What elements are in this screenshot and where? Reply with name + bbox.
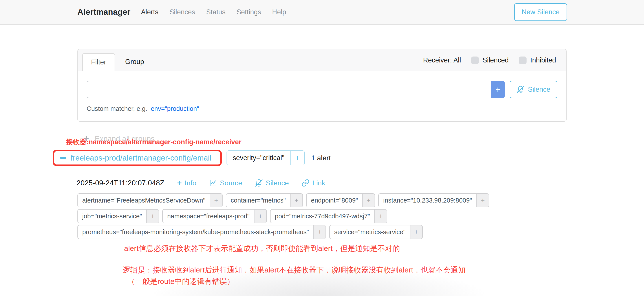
hint-example-link[interactable]: env="production" — [151, 105, 199, 112]
plus-icon: + — [177, 179, 182, 187]
silence-button-label: Silence — [528, 86, 550, 94]
add-group-matcher-button[interactable]: + — [290, 151, 304, 165]
info-link-label: Info — [184, 179, 196, 187]
annotation-red-box: freeleaps-prod/alertmanager-config/email — [53, 150, 222, 166]
alert-timestamp: 2025-09-24T11:20:07.048Z — [76, 179, 164, 187]
silence-button[interactable]: Silence — [510, 81, 557, 98]
nav-item-settings[interactable]: Settings — [236, 8, 261, 16]
inhibited-checkbox-group[interactable]: Inhibited — [519, 56, 556, 64]
silence-link[interactable]: Silence — [255, 179, 289, 187]
collapse-group-button[interactable]: freeleaps-prod/alertmanager-config/email — [60, 154, 211, 162]
label-tag: container="metrics" + — [226, 193, 303, 208]
add-matcher-button[interactable]: + — [491, 81, 505, 98]
label-tag-add-button[interactable]: + — [290, 194, 302, 207]
alert-count: 1 alert — [311, 154, 331, 162]
silence-link-label: Silence — [266, 179, 289, 187]
info-link[interactable]: + Info — [177, 179, 196, 187]
label-tag: job="metrics-service" + — [78, 209, 159, 223]
inhibited-label: Inhibited — [530, 56, 556, 64]
source-link[interactable]: Source — [209, 179, 242, 187]
label-tag-text: job="metrics-service" — [78, 210, 146, 223]
label-tag-text: service="metrics-service" — [330, 226, 410, 238]
alert-labels: alertname="FreeleapsMetricsServiceDown" … — [78, 193, 568, 239]
alert-meta-row: 2025-09-24T11:20:07.048Z + Info Source S… — [76, 179, 566, 187]
annotation-logic-note: 逻辑是：接收器收到alert后进行通知，如果alert不在接收器下，说明接收器没… — [123, 264, 566, 287]
label-tag-add-button[interactable]: + — [410, 226, 422, 238]
hint-text: Custom matcher, e.g. — [87, 105, 147, 112]
main-content: Filter Group Receiver: All Silenced Inhi… — [78, 49, 566, 287]
label-tag-add-button[interactable]: + — [210, 194, 222, 207]
annotation-logic-line1: 逻辑是：接收器收到alert后进行通知，如果alert不在接收器下，说明接收器没… — [123, 264, 566, 276]
label-tag-add-button[interactable]: + — [146, 210, 158, 223]
bell-slash-icon — [255, 179, 263, 187]
nav-item-help[interactable]: Help — [272, 8, 286, 16]
label-tag: namespace="freeleaps-prod" + — [162, 209, 266, 223]
matcher-input[interactable] — [87, 81, 491, 98]
top-navbar: Alertmanager Alerts Silences Status Sett… — [0, 0, 644, 25]
label-tag-text: container="metrics" — [226, 194, 290, 207]
label-tag-text: instance="10.233.98.209:8009" — [379, 194, 476, 207]
filter-panel: Filter Group Receiver: All Silenced Inhi… — [78, 49, 566, 122]
silenced-checkbox-group[interactable]: Silenced — [471, 56, 509, 64]
alert-group-row: freeleaps-prod/alertmanager-config/email… — [53, 150, 566, 166]
label-tag-text: alertname="FreeleapsMetricsServiceDown" — [78, 194, 210, 207]
matcher-row: + Silence — [87, 81, 557, 98]
label-tag-add-button[interactable]: + — [254, 210, 266, 223]
label-tag-text: endpoint="8009" — [306, 194, 362, 207]
group-matcher-pill: severity="critical" + — [226, 150, 304, 165]
label-tag: prometheus="freeleaps-monitoring-system/… — [78, 225, 326, 239]
bell-slash-icon — [517, 86, 524, 94]
label-tag: instance="10.233.98.209:8009" + — [378, 193, 489, 208]
label-tag-add-button[interactable]: + — [362, 194, 374, 207]
inhibited-checkbox[interactable] — [519, 56, 526, 64]
label-tag-add-button[interactable]: + — [374, 210, 387, 223]
link-link-label: Link — [312, 179, 325, 187]
filter-panel-header: Filter Group Receiver: All Silenced Inhi… — [78, 49, 566, 71]
nav-item-status[interactable]: Status — [206, 8, 226, 16]
annotation-alert-note: alert信息必须在接收器下才表示配置成功，否则即使能看到alert，但是通知是… — [124, 244, 566, 254]
link-link[interactable]: Link — [302, 179, 325, 187]
custom-matcher-hint: Custom matcher, e.g. env="production" — [87, 105, 557, 112]
minus-icon — [60, 157, 66, 159]
silenced-label: Silenced — [482, 56, 509, 64]
filter-options: Receiver: All Silenced Inhibited — [423, 56, 556, 71]
silenced-checkbox[interactable] — [471, 56, 479, 64]
label-tag-text: namespace="freeleaps-prod" — [163, 210, 254, 223]
link-icon — [302, 179, 310, 187]
nav-item-silences[interactable]: Silences — [169, 8, 195, 16]
tab-group[interactable]: Group — [117, 53, 152, 71]
group-name: freeleaps-prod/alertmanager-config/email — [70, 154, 211, 162]
label-tag-text: prometheus="freeleaps-monitoring-system/… — [78, 226, 313, 238]
app-brand[interactable]: Alertmanager — [78, 8, 130, 17]
nav-item-alerts[interactable]: Alerts — [141, 8, 158, 16]
annotation-logic-line2: （一般是route中的逻辑有错误） — [123, 276, 566, 287]
annotation-receiver-note: 接收器:namespace/altermanager-config-name/r… — [66, 138, 566, 147]
label-tag-add-button[interactable]: + — [476, 194, 489, 207]
label-tag: alertname="FreeleapsMetricsServiceDown" … — [78, 193, 222, 208]
nav-menu: Alerts Silences Status Settings Help — [141, 8, 286, 16]
receiver-filter[interactable]: Receiver: All — [423, 56, 461, 64]
source-link-label: Source — [220, 179, 242, 187]
group-matcher-label: severity="critical" — [227, 151, 290, 165]
new-silence-button[interactable]: New Silence — [514, 3, 567, 21]
tab-filter[interactable]: Filter — [82, 53, 115, 71]
label-tag-add-button[interactable]: + — [313, 226, 326, 238]
label-tag-text: pod="metrics-77d9cdb497-wdsj7" — [270, 210, 374, 223]
label-tag: pod="metrics-77d9cdb497-wdsj7" + — [270, 209, 387, 223]
label-tag: endpoint="8009" + — [306, 193, 375, 208]
label-tag: service="metrics-service" + — [329, 225, 422, 239]
chart-line-icon — [209, 179, 217, 187]
filter-panel-body: + Silence Custom matcher, e.g. env="prod… — [78, 71, 566, 121]
